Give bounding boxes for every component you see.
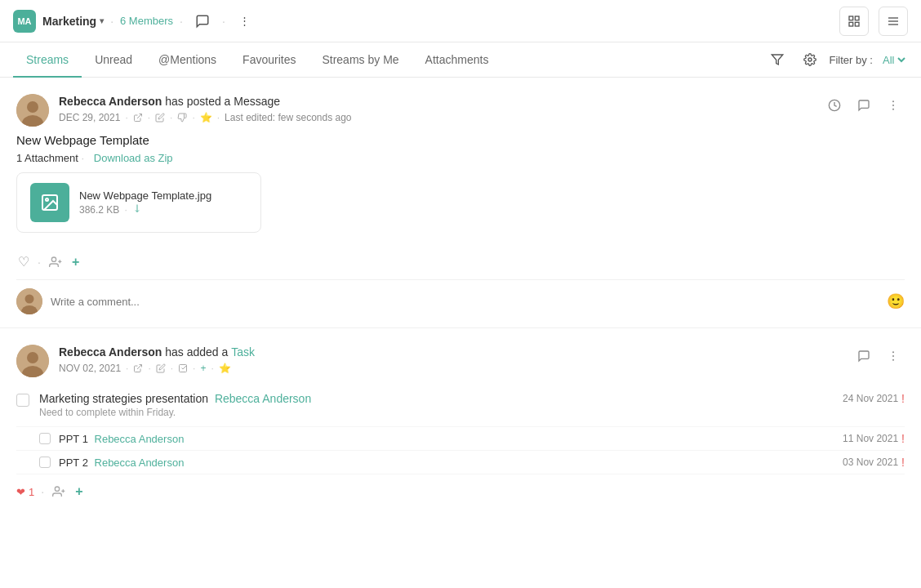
tab-mentions[interactable]: @Mentions <box>145 43 229 78</box>
attachment-box[interactable]: New Webpage Template.jpg 386.2 KB · <box>16 172 261 233</box>
filter-icon-button[interactable] <box>764 47 790 73</box>
file-thumbnail <box>30 183 69 222</box>
tab-streams[interactable]: Streams <box>13 43 82 78</box>
subtask-1: PPT 1 Rebecca Anderson 11 Nov 2021 ! <box>16 427 905 451</box>
svg-marker-7 <box>772 55 782 65</box>
heart-icon: ❤ <box>16 486 25 498</box>
svg-point-8 <box>808 58 812 61</box>
dislike-icon[interactable] <box>177 113 187 122</box>
svg-point-24 <box>25 295 34 304</box>
file-size: 386.2 KB <box>79 204 119 216</box>
chat-icon-button[interactable] <box>189 8 216 34</box>
post-1: Rebecca Anderson has posted a Message DE… <box>0 78 921 328</box>
subtask-1-date: 11 Nov 2021 ! <box>843 432 905 445</box>
svg-point-10 <box>27 101 38 113</box>
svg-point-32 <box>892 355 894 357</box>
menu-view-button[interactable] <box>879 7 908 36</box>
header-dot-3: · <box>222 15 225 28</box>
reminder-button[interactable] <box>823 94 846 117</box>
header-dot-1: · <box>110 15 113 28</box>
post-2-more-button[interactable] <box>882 345 905 368</box>
subtask-2-checkbox[interactable] <box>39 457 51 468</box>
filter-label: Filter by : <box>830 54 873 66</box>
comment-row: 🙂 <box>16 279 905 327</box>
svg-line-29 <box>137 364 142 369</box>
more-options-button[interactable]: ⋮ <box>232 8 258 34</box>
heart-button[interactable]: ♡ <box>16 252 31 271</box>
post-2-star-icon[interactable]: ⭐ <box>219 363 231 374</box>
post-1-action: has posted a Message <box>165 95 280 108</box>
comment-avatar <box>16 288 42 314</box>
comment-button[interactable] <box>852 94 875 117</box>
star-icon[interactable]: ⭐ <box>200 112 212 123</box>
subtask-2-date: 03 Nov 2021 ! <box>843 456 905 469</box>
post-2-task-icon[interactable] <box>178 363 188 373</box>
settings-filter-button[interactable] <box>797 47 823 73</box>
tab-attachments[interactable]: Attachments <box>412 43 502 78</box>
tabs-right-controls: Filter by : All <box>764 47 908 73</box>
svg-point-18 <box>46 198 48 201</box>
heart-count: ❤ 1 <box>16 486 34 498</box>
task-main-date: 24 Nov 2021 ! <box>843 392 905 405</box>
edit-icon[interactable] <box>155 113 165 122</box>
post-2-add-member[interactable] <box>51 483 67 500</box>
task-main-checkbox[interactable] <box>16 394 29 407</box>
svg-point-27 <box>27 352 38 363</box>
emoji-button[interactable]: 🙂 <box>887 292 905 310</box>
comment-input[interactable] <box>51 291 879 313</box>
workspace-name[interactable]: Marketing ▾ <box>42 15 104 28</box>
post-2-action: has added a <box>165 345 228 359</box>
add-reaction-button[interactable]: + <box>70 253 81 271</box>
svg-point-20 <box>51 257 56 261</box>
post-2-add-icon[interactable]: + <box>200 363 206 374</box>
tab-streams-by-me[interactable]: Streams by Me <box>309 43 412 78</box>
top-header: MA Marketing ▾ · 6 Members · · ⋮ <box>0 0 921 42</box>
svg-point-16 <box>892 109 894 110</box>
post-2-actions <box>852 345 905 368</box>
grid-view-button[interactable] <box>839 7 869 36</box>
svg-rect-3 <box>855 22 859 26</box>
filter-select[interactable]: All <box>879 53 908 67</box>
post-2: Rebecca Anderson has added a Task NOV 02… <box>0 328 921 509</box>
post-1-reactions: ♡ · + <box>16 244 905 279</box>
svg-rect-0 <box>849 16 853 20</box>
post-2-edit-icon[interactable] <box>156 363 166 373</box>
download-icon[interactable] <box>132 203 142 216</box>
post-2-external-link-icon[interactable] <box>133 363 143 373</box>
external-link-icon[interactable] <box>133 113 143 122</box>
post-1-date: DEC 29, 2021 <box>59 112 120 123</box>
tab-unread[interactable]: Unread <box>82 43 145 78</box>
post-2-comment-button[interactable] <box>852 345 875 368</box>
subtask-2: PPT 2 Rebecca Anderson 03 Nov 2021 ! <box>16 451 905 474</box>
svg-rect-1 <box>855 16 859 20</box>
task-main-subtitle: Need to complete within Friday. <box>39 407 843 418</box>
tabs-bar: Streams Unread @Mentions Favourites Stre… <box>0 42 921 78</box>
post-2-reactions: ❤ 1 · + <box>16 474 905 509</box>
workspace-badge: MA <box>13 10 36 33</box>
workspace-chevron-icon: ▾ <box>100 16 104 25</box>
post-2-header: Rebecca Anderson has added a Task NOV 02… <box>16 345 905 377</box>
feed: Rebecca Anderson has posted a Message DE… <box>0 78 921 509</box>
task-main-author-link[interactable]: Rebecca Anderson <box>215 392 311 405</box>
post-1-avatar <box>16 94 49 127</box>
post-1-meta: Rebecca Anderson has posted a Message DE… <box>59 94 823 123</box>
task-link[interactable]: Task <box>231 345 255 359</box>
tab-favourites[interactable]: Favourites <box>229 43 309 78</box>
svg-point-14 <box>892 100 894 102</box>
subtask-1-checkbox[interactable] <box>39 433 51 444</box>
task-main-urgent: ! <box>901 392 905 405</box>
add-member-reaction[interactable] <box>47 254 64 270</box>
post-2-add-reaction[interactable]: + <box>73 483 84 501</box>
svg-line-12 <box>137 114 142 118</box>
attachment-label: 1 Attachment · Download as Zip <box>16 152 905 164</box>
download-zip-link[interactable]: Download as Zip <box>94 152 173 164</box>
subtask-2-author[interactable]: Rebecca Anderson <box>95 457 185 469</box>
post-1-header: Rebecca Anderson has posted a Message DE… <box>16 94 905 127</box>
svg-point-15 <box>892 105 894 106</box>
subtask-1-title: PPT 1 Rebecca Anderson <box>59 433 184 445</box>
members-link[interactable]: 6 Members <box>120 15 173 27</box>
subtask-1-author[interactable]: Rebecca Anderson <box>95 433 185 445</box>
file-size-row: 386.2 KB · <box>79 203 247 216</box>
task-main-item: Marketing strategies presentation Rebecc… <box>16 384 905 427</box>
more-button[interactable] <box>882 94 905 117</box>
